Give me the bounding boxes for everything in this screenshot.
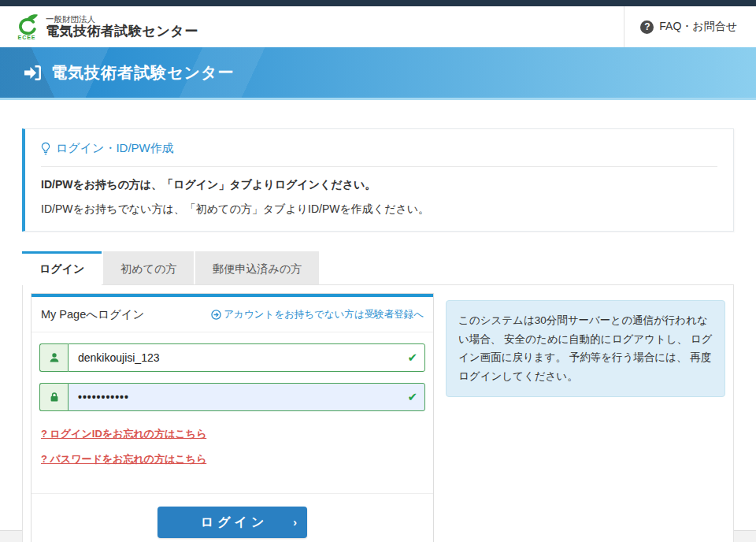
id-addon bbox=[39, 343, 68, 372]
circle-arrow-icon bbox=[211, 310, 221, 320]
site-header: ECEE 一般財団法人 電気技術者試験センター ? FAQ・お問合せ bbox=[0, 6, 756, 47]
forgot-id-label: ログインIDをお忘れの方はこちら bbox=[47, 428, 206, 440]
faq-link[interactable]: ? FAQ・お問合せ bbox=[624, 6, 756, 47]
password-group: ✔ bbox=[39, 383, 425, 411]
password-valid-check-icon: ✔ bbox=[407, 390, 417, 404]
tab-login[interactable]: ログイン bbox=[22, 251, 102, 285]
login-button-label: ログイン bbox=[201, 515, 269, 529]
person-icon bbox=[49, 352, 60, 363]
login-tabs: ログイン 初めての方 郵便申込済みの方 bbox=[22, 251, 734, 284]
page-title-banner: 電気技術者試験センター bbox=[0, 47, 756, 100]
tab-first-time[interactable]: 初めての方 bbox=[103, 251, 194, 284]
register-link[interactable]: アカウントをお持ちでない方は受験者登録へ bbox=[211, 308, 424, 321]
session-timeout-notice: このシステムは30分間サーバーとの通信が行われない場合、 安全のために自動的にロ… bbox=[446, 300, 725, 397]
card-body: ✔ ✔ bbox=[32, 332, 433, 493]
org-type-label: 一般財団法人 bbox=[46, 14, 198, 24]
login-card: My Pageへログイン アカウントをお持ちでない方は受験者登録へ bbox=[31, 293, 434, 542]
login-id-group: ✔ bbox=[39, 343, 425, 372]
brand: ECEE 一般財団法人 電気技術者試験センター bbox=[14, 14, 198, 40]
faq-label: FAQ・お問合せ bbox=[659, 20, 737, 34]
notice-title: ログイン・ID/PW作成 bbox=[56, 141, 174, 156]
notice-line-1: ID/PWをお持ちの方は、「ログイン」タブよりログインください。 bbox=[41, 178, 717, 192]
forgot-password-label: パスワードをお忘れの方はこちら bbox=[47, 453, 206, 465]
lock-icon bbox=[49, 392, 60, 403]
notice-line-2: ID/PWをお持ちでない方は、「初めての方」タブよりID/PWを作成ください。 bbox=[41, 202, 717, 217]
question-circle-icon: ? bbox=[640, 20, 654, 34]
leaf-swoosh-icon bbox=[14, 14, 39, 36]
login-tab-panel: My Pageへログイン アカウントをお持ちでない方は受験者登録へ bbox=[22, 284, 734, 542]
mypage-login-title: My Pageへログイン bbox=[41, 307, 144, 322]
login-id-input[interactable] bbox=[68, 343, 425, 372]
login-arrow-icon bbox=[24, 65, 42, 81]
logo-ecee-text: ECEE bbox=[17, 35, 35, 40]
ecee-logo: ECEE bbox=[14, 14, 39, 40]
password-input[interactable] bbox=[68, 383, 425, 411]
question-prefix: ? bbox=[41, 453, 47, 465]
card-header: My Pageへログイン アカウントをお持ちでない方は受験者登録へ bbox=[32, 297, 433, 332]
top-navy-bar bbox=[0, 0, 756, 6]
main-content: ログイン・ID/PW作成 ID/PWをお持ちの方は、「ログイン」タブよりログイン… bbox=[0, 128, 756, 542]
login-button[interactable]: ログイン › bbox=[158, 507, 307, 538]
login-notice-box: ログイン・ID/PW作成 ID/PWをお持ちの方は、「ログイン」タブよりログイン… bbox=[22, 128, 734, 232]
lightbulb-icon bbox=[41, 142, 50, 156]
id-valid-check-icon: ✔ bbox=[407, 351, 417, 365]
password-addon bbox=[39, 383, 68, 411]
session-timeout-text: このシステムは30分間サーバーとの通信が行われない場合、 安全のために自動的にロ… bbox=[458, 314, 712, 382]
card-footer: ログイン › bbox=[32, 493, 433, 542]
chevron-right-icon: › bbox=[293, 516, 297, 529]
brand-text: 一般財団法人 電気技術者試験センター bbox=[46, 14, 198, 39]
org-name-label: 電気技術者試験センター bbox=[46, 24, 198, 39]
register-link-label: アカウントをお持ちでない方は受験者登録へ bbox=[224, 308, 424, 321]
forgot-links: ? ログインIDをお忘れの方はこちら ? パスワードをお忘れの方はこちら bbox=[39, 422, 425, 488]
forgot-id-link[interactable]: ? ログインIDをお忘れの方はこちら bbox=[41, 427, 424, 441]
page-title: 電気技術者試験センター bbox=[51, 62, 234, 84]
tab-postal-applied[interactable]: 郵便申込済みの方 bbox=[195, 251, 319, 284]
notice-title-row: ログイン・ID/PW作成 bbox=[41, 141, 717, 156]
question-prefix: ? bbox=[41, 428, 47, 440]
page-container: ECEE 一般財団法人 電気技術者試験センター ? FAQ・お問合せ 電気技術者… bbox=[0, 0, 756, 531]
forgot-password-link[interactable]: ? パスワードをお忘れの方はこちら bbox=[41, 452, 424, 466]
notice-divider bbox=[41, 166, 717, 167]
